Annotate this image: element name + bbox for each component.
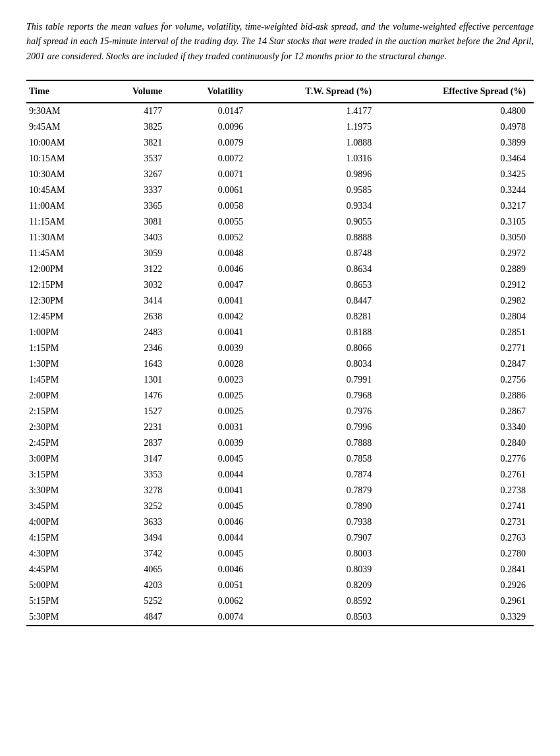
cell-effective-spread: 0.2972 <box>379 246 534 261</box>
cell-volatility: 0.0042 <box>170 309 251 325</box>
cell-volume: 4203 <box>99 578 170 593</box>
cell-volatility: 0.0058 <box>170 198 251 214</box>
cell-tw-spread: 0.8748 <box>251 246 379 261</box>
cell-tw-spread: 0.8066 <box>251 340 379 356</box>
table-row: 9:45AM38250.00961.19750.4978 <box>26 119 534 135</box>
cell-time: 10:45AM <box>26 182 99 198</box>
cell-effective-spread: 0.3105 <box>379 214 534 230</box>
cell-volatility: 0.0041 <box>170 293 251 309</box>
cell-volatility: 0.0062 <box>170 593 251 609</box>
table-row: 12:15PM30320.00470.86530.2912 <box>26 277 534 293</box>
cell-time: 11:30AM <box>26 230 99 246</box>
cell-time: 1:00PM <box>26 325 99 340</box>
table-row: 1:15PM23460.00390.80660.2771 <box>26 340 534 356</box>
cell-effective-spread: 0.2841 <box>379 562 534 578</box>
cell-effective-spread: 0.3217 <box>379 198 534 214</box>
cell-volume: 4847 <box>99 609 170 626</box>
cell-effective-spread: 0.2756 <box>379 372 534 388</box>
table-row: 2:30PM22310.00310.79960.3340 <box>26 419 534 435</box>
cell-time: 4:45PM <box>26 562 99 578</box>
cell-time: 12:00PM <box>26 261 99 277</box>
cell-volume: 3267 <box>99 167 170 182</box>
cell-tw-spread: 0.7996 <box>251 419 379 435</box>
cell-volume: 3825 <box>99 119 170 135</box>
cell-effective-spread: 0.2926 <box>379 578 534 593</box>
cell-tw-spread: 0.8447 <box>251 293 379 309</box>
cell-time: 11:45AM <box>26 246 99 261</box>
cell-volatility: 0.0079 <box>170 135 251 151</box>
table-row: 4:45PM40650.00460.80390.2841 <box>26 562 534 578</box>
cell-tw-spread: 0.7938 <box>251 514 379 530</box>
cell-tw-spread: 0.8034 <box>251 356 379 372</box>
cell-volume: 3147 <box>99 451 170 467</box>
cell-volatility: 0.0071 <box>170 167 251 182</box>
cell-tw-spread: 0.8039 <box>251 562 379 578</box>
cell-tw-spread: 0.8888 <box>251 230 379 246</box>
cell-volume: 3365 <box>99 198 170 214</box>
table-row: 4:15PM34940.00440.79070.2763 <box>26 530 534 546</box>
table-row: 12:00PM31220.00460.86340.2889 <box>26 261 534 277</box>
cell-tw-spread: 0.9585 <box>251 182 379 198</box>
cell-time: 9:45AM <box>26 119 99 135</box>
table-row: 2:00PM14760.00250.79680.2886 <box>26 388 534 404</box>
cell-effective-spread: 0.3464 <box>379 151 534 167</box>
table-row: 4:30PM37420.00450.80030.2780 <box>26 546 534 562</box>
col-header-volatility: Volatility <box>170 80 251 103</box>
table-row: 12:45PM26380.00420.82810.2804 <box>26 309 534 325</box>
cell-time: 3:00PM <box>26 451 99 467</box>
cell-volatility: 0.0039 <box>170 435 251 451</box>
cell-effective-spread: 0.2738 <box>379 483 534 499</box>
cell-volatility: 0.0047 <box>170 277 251 293</box>
cell-tw-spread: 0.8503 <box>251 609 379 626</box>
cell-volume: 2346 <box>99 340 170 356</box>
cell-effective-spread: 0.4978 <box>379 119 534 135</box>
table-row: 10:45AM33370.00610.95850.3244 <box>26 182 534 198</box>
cell-volume: 4177 <box>99 103 170 119</box>
cell-volatility: 0.0046 <box>170 514 251 530</box>
cell-volatility: 0.0061 <box>170 182 251 198</box>
cell-tw-spread: 0.8281 <box>251 309 379 325</box>
cell-effective-spread: 0.2761 <box>379 467 534 483</box>
cell-volatility: 0.0096 <box>170 119 251 135</box>
cell-effective-spread: 0.2851 <box>379 325 534 340</box>
cell-volume: 4065 <box>99 562 170 578</box>
cell-tw-spread: 0.9896 <box>251 167 379 182</box>
table-row: 10:30AM32670.00710.98960.3425 <box>26 167 534 182</box>
cell-tw-spread: 0.7879 <box>251 483 379 499</box>
cell-tw-spread: 1.4177 <box>251 103 379 119</box>
cell-time: 12:30PM <box>26 293 99 309</box>
cell-volatility: 0.0046 <box>170 261 251 277</box>
cell-time: 5:15PM <box>26 593 99 609</box>
table-row: 12:30PM34140.00410.84470.2982 <box>26 293 534 309</box>
cell-effective-spread: 0.2780 <box>379 546 534 562</box>
cell-volume: 3353 <box>99 467 170 483</box>
cell-volume: 3742 <box>99 546 170 562</box>
cell-effective-spread: 0.4800 <box>379 103 534 119</box>
cell-time: 9:30AM <box>26 103 99 119</box>
cell-volume: 1643 <box>99 356 170 372</box>
cell-volume: 2483 <box>99 325 170 340</box>
cell-effective-spread: 0.2771 <box>379 340 534 356</box>
data-table: Time Volume Volatility T.W. Spread (%) E… <box>26 80 534 629</box>
cell-time: 4:30PM <box>26 546 99 562</box>
cell-tw-spread: 0.8003 <box>251 546 379 562</box>
table-row: 9:30AM41770.01471.41770.4800 <box>26 103 534 119</box>
col-header-volume: Volume <box>99 80 170 103</box>
cell-volatility: 0.0028 <box>170 356 251 372</box>
cell-time: 4:00PM <box>26 514 99 530</box>
table-description: This table reports the mean values for v… <box>26 20 534 64</box>
table-row: 5:15PM52520.00620.85920.2961 <box>26 593 534 609</box>
cell-time: 12:45PM <box>26 309 99 325</box>
cell-volatility: 0.0147 <box>170 103 251 119</box>
cell-time: 10:15AM <box>26 151 99 167</box>
cell-volatility: 0.0045 <box>170 546 251 562</box>
cell-tw-spread: 0.7888 <box>251 435 379 451</box>
cell-tw-spread: 0.8592 <box>251 593 379 609</box>
cell-volume: 2231 <box>99 419 170 435</box>
table-footer-row <box>26 626 534 629</box>
table-row: 10:15AM35370.00721.03160.3464 <box>26 151 534 167</box>
cell-tw-spread: 0.7976 <box>251 404 379 419</box>
col-header-effective-spread: Effective Spread (%) <box>379 80 534 103</box>
cell-volatility: 0.0039 <box>170 340 251 356</box>
table-row: 10:00AM38210.00791.08880.3899 <box>26 135 534 151</box>
